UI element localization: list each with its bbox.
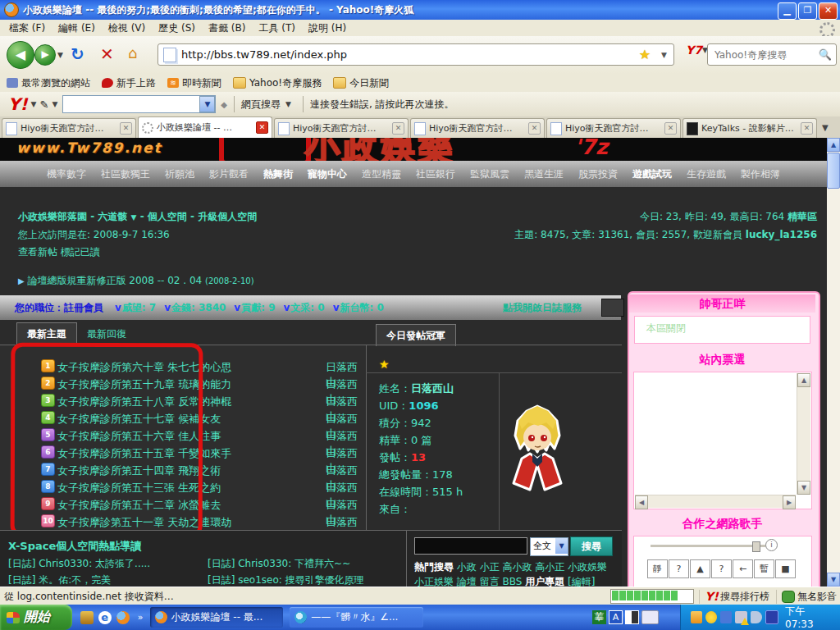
nav-item[interactable]: 監獄風雲	[470, 167, 509, 181]
tab-close-icon[interactable]: ✕	[120, 122, 132, 135]
ime-shape-icon[interactable]	[625, 610, 639, 624]
tab-hiyo-1[interactable]: Hiyo衝天跑官方討… ✕	[2, 118, 136, 138]
tab-close-icon[interactable]: ✕	[256, 121, 268, 134]
select-dropdown-icon[interactable]: ▼	[555, 538, 568, 554]
ime-mode-icon[interactable]: 菶	[592, 610, 606, 624]
home-button[interactable]: ⌂	[128, 44, 137, 62]
ime-halfwidth-icon[interactable]: A	[609, 610, 623, 624]
firefox-icon[interactable]	[116, 611, 130, 624]
tab-close-icon[interactable]: ✕	[664, 122, 677, 135]
player-mute-button[interactable]: 靜	[647, 559, 668, 578]
forward-button[interactable]: ▶	[34, 44, 56, 66]
nav-item[interactable]: 生存遊戲	[687, 167, 726, 181]
yahoo-toolbar-logo[interactable]: Y!	[8, 94, 28, 114]
volume-icon[interactable]	[751, 611, 762, 623]
task-button-messenger[interactable]: ——『髒〃水』∠...	[290, 607, 423, 628]
xspace-entry-link[interactable]: [日誌] seo1seo: 搜尋引擎優化原理	[208, 573, 364, 587]
tab-forum-active[interactable]: 小政娛樂論壇 -- … ✕	[138, 116, 272, 138]
menu-view[interactable]: 檢視 (V)	[103, 20, 151, 37]
announcement-row[interactable]: ▶ 論壇總版規重新修正版 2008 -- 02 . 04 (2008-2-10)	[18, 274, 254, 288]
breadcrumb-root[interactable]: 小政娛樂部落園 - 六道骸	[18, 211, 127, 222]
nav-item[interactable]: 遊戲試玩	[632, 167, 672, 181]
nav-item[interactable]: 製作相簿	[741, 167, 780, 181]
edit-link[interactable]: [編輯]	[568, 576, 595, 587]
forum-search-button[interactable]: 搜尋	[570, 536, 613, 556]
nav-item[interactable]: 社區數獨王	[101, 167, 150, 181]
pencil-dropdown-icon[interactable]: ▼	[52, 100, 57, 108]
tab-hiyo-2[interactable]: Hiyo衝天跑官方討… ✕	[274, 118, 409, 138]
bookmark-getting-started[interactable]: 新手上路	[102, 76, 156, 90]
scroll-down-icon[interactable]: ▼	[797, 481, 810, 495]
nav-item[interactable]: 影片觀看	[209, 167, 249, 181]
scroll-up-icon[interactable]: ▲	[797, 373, 810, 387]
tab-latest-topics[interactable]: 最新主題	[16, 322, 77, 345]
menu-help[interactable]: 說明 (H)	[303, 20, 352, 37]
hot-search-links2[interactable]: 小正娛樂 論壇 留言 BBS	[414, 576, 522, 587]
quick-launch-icon[interactable]	[80, 611, 94, 624]
stop-button[interactable]: ✕	[100, 44, 114, 64]
menu-edit[interactable]: 編輯 (E)	[52, 20, 101, 37]
scroll-down-icon[interactable]: ▼	[827, 573, 840, 587]
tab-latest-replies[interactable]: 最新回復	[77, 323, 136, 345]
yahoo-toolbar-search-input[interactable]: ▼	[62, 95, 216, 113]
bookmark-latest-news[interactable]: ≋即時新聞	[167, 76, 221, 90]
bookmark-today-news[interactable]: 今日新聞	[333, 76, 389, 90]
player-stop-button[interactable]: ■	[775, 559, 796, 578]
security-warning-icon[interactable]	[735, 611, 746, 623]
search-scope-select[interactable]: 全文▼	[530, 537, 568, 556]
tab-hiyo-4[interactable]: Hiyo衝天跑官方討… ✕	[546, 118, 681, 138]
nav-item[interactable]: 社區銀行	[416, 167, 455, 181]
new-member-link[interactable]: lucky_la1256	[746, 229, 817, 240]
player-pause-button[interactable]: 暫	[754, 559, 774, 578]
taskbar-clock[interactable]: 下午 07:33	[785, 605, 833, 630]
mark-read-link[interactable]: 標記已讀	[61, 246, 100, 258]
web-search-button[interactable]: 網頁搜尋	[241, 98, 281, 112]
web-search-dropdown-icon[interactable]: ▼	[285, 100, 291, 108]
browser-scrollbar[interactable]: ▲ ▼	[827, 138, 840, 587]
url-text[interactable]: http://bbs.tw789.net/index.php	[181, 48, 347, 61]
messenger-tray-icon[interactable]	[705, 611, 717, 623]
tab-today-champion[interactable]: 今日發帖冠軍	[376, 324, 456, 346]
pencil-icon[interactable]: ✎	[40, 98, 49, 111]
url-bar[interactable]: http://bbs.tw789.net/index.php ★ ▼	[158, 43, 674, 66]
tab-list-dropdown-icon[interactable]: ▼	[822, 123, 829, 132]
view-new-posts-link[interactable]: 查看新帖	[18, 246, 57, 258]
yahoo-search-box[interactable]: 🔍	[707, 43, 837, 66]
scroll-left-icon[interactable]: ◀	[635, 495, 648, 509]
mail-tray-icon[interactable]	[691, 611, 702, 623]
display-tray-icon[interactable]	[765, 610, 778, 624]
nav-item[interactable]: 機率數字	[47, 167, 86, 181]
player-button[interactable]: ?	[669, 559, 689, 578]
menu-history[interactable]: 歷史 (S)	[153, 20, 201, 37]
nav-item[interactable]: 熱舞街	[263, 167, 293, 181]
internet-explorer-icon[interactable]: e	[98, 611, 112, 624]
scrollbar-thumb[interactable]	[827, 153, 840, 189]
url-dropdown-icon[interactable]: ▼	[661, 51, 667, 59]
minimize-button[interactable]: ▁	[778, 2, 797, 20]
task-button-forum[interactable]: 小政娛樂論壇 -- 最...	[150, 607, 284, 628]
vertical-scrollbar[interactable]: ▲ ▼	[797, 373, 810, 495]
nav-item[interactable]: 寵物中心	[308, 167, 347, 181]
yahoo-logo-dropdown-icon[interactable]: ▼	[31, 100, 37, 108]
start-button[interactable]: 開始	[0, 605, 72, 630]
tab-hiyo-3[interactable]: Hiyo衝天跑官方討… ✕	[410, 118, 545, 138]
breadcrumb-rest[interactable]: - 個人空間 - 升級個人空間	[140, 211, 258, 222]
close-button[interactable]: ✕	[819, 2, 838, 20]
player-button[interactable]: ▲	[690, 559, 710, 578]
bookmark-most-visited[interactable]: 最常瀏覽的網站	[7, 76, 90, 90]
tab-close-icon[interactable]: ✕	[801, 122, 813, 135]
player-seek-slider[interactable]	[651, 545, 765, 547]
diary-badge-image[interactable]	[601, 299, 624, 317]
bookmark-star-icon[interactable]: ★	[639, 47, 651, 62]
slider-handle[interactable]	[752, 541, 760, 552]
menu-file[interactable]: 檔案 (F)	[3, 20, 51, 37]
media-tray-icon[interactable]	[720, 611, 732, 623]
diary-service-link[interactable]: 點我開啟日誌服務	[503, 301, 582, 315]
xspace-entry-link[interactable]: [日誌] Chris0330: 太誇張了.....	[8, 557, 150, 571]
champion-name[interactable]: 日落西山	[411, 382, 454, 395]
xspace-entry-link[interactable]: [日誌] 米。佑:不，完美	[8, 573, 111, 587]
yahoo-search-input[interactable]	[713, 48, 815, 62]
player-button[interactable]: ?	[711, 559, 732, 578]
yahoo-logo-small[interactable]: Y7 ▼	[686, 43, 708, 57]
nav-item[interactable]: 造型精靈	[362, 167, 401, 181]
